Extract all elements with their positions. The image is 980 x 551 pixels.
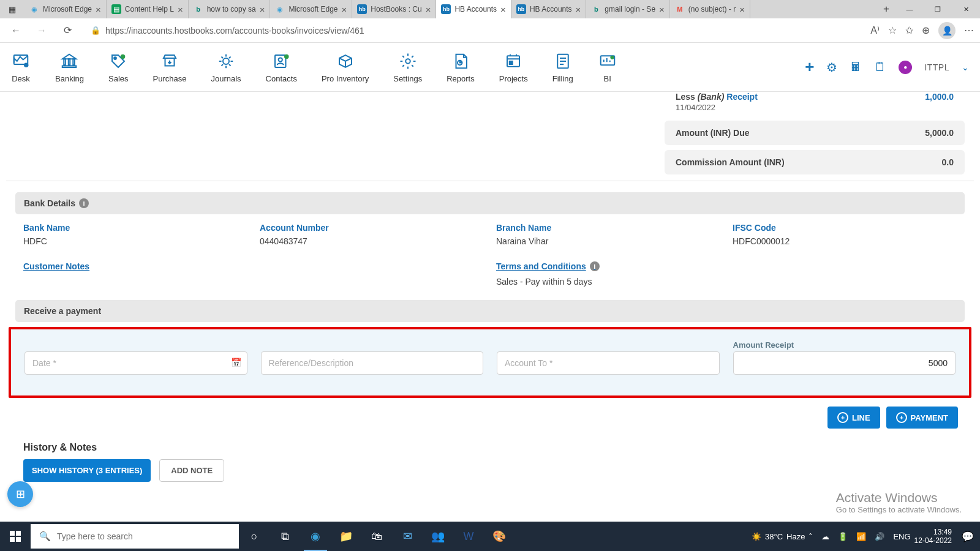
nav-projects[interactable]: Projects <box>499 51 528 83</box>
action-center-icon[interactable]: 💬 <box>956 531 980 542</box>
nav-filling[interactable]: Filling <box>552 51 573 83</box>
url-field[interactable]: 🔒 https://inaccounts.hostbooks.com/accou… <box>83 21 864 40</box>
line-button[interactable]: LINE <box>827 407 880 429</box>
menu-icon[interactable]: ⋯ <box>964 24 974 36</box>
svg-rect-3 <box>69 59 70 65</box>
payment-button[interactable]: PAYMENT <box>886 407 958 429</box>
favorite-icon[interactable]: ☆ <box>888 24 897 36</box>
tab-title: HB Accounts <box>530 5 572 13</box>
svg-point-1 <box>24 62 29 67</box>
tab-hb-accounts[interactable]: hbHB Accounts× <box>511 0 586 18</box>
branch-label: Branch Name <box>496 223 720 233</box>
nav-label: Sales <box>108 74 129 83</box>
show-history-button[interactable]: SHOW HISTORY (3 ENTRIES) <box>23 459 151 482</box>
tab-hostbooks[interactable]: hbHostBooks : Cu× <box>352 0 436 18</box>
reference-input[interactable] <box>261 351 484 375</box>
calculator-icon[interactable]: 🖩 <box>850 60 862 74</box>
cortana-icon[interactable]: ○ <box>239 522 270 551</box>
gear-icon[interactable]: ⚙ <box>826 60 837 75</box>
amount-input[interactable] <box>733 351 956 375</box>
calendar-icon[interactable]: 📅 <box>231 358 241 367</box>
favorites-bar-icon[interactable]: ✩ <box>905 24 913 36</box>
teams-icon[interactable]: 👥 <box>423 522 453 551</box>
nav-journals[interactable]: Journals <box>211 51 241 83</box>
close-icon[interactable]: × <box>576 5 581 14</box>
new-badge-icon[interactable]: ● <box>899 61 912 74</box>
notes-icon[interactable]: 🗒 <box>874 60 886 74</box>
tray-chevron-icon[interactable]: ˄ <box>809 532 813 541</box>
language-indicator[interactable]: ENG <box>893 532 910 541</box>
close-icon[interactable]: × <box>96 5 101 14</box>
nav-bi[interactable]: BI <box>598 51 617 83</box>
profile-avatar[interactable]: 👤 <box>938 22 956 39</box>
divider <box>6 181 974 181</box>
store-icon[interactable]: 🛍 <box>361 522 392 551</box>
account-to-input[interactable] <box>497 351 720 375</box>
tab-edge[interactable]: ◉Microsoft Edge× <box>24 0 107 18</box>
back-button[interactable]: ← <box>6 21 26 40</box>
mail-icon[interactable]: ✉ <box>392 522 423 551</box>
explorer-icon[interactable]: 📁 <box>331 522 361 551</box>
date-input[interactable] <box>24 351 247 375</box>
svg-rect-4 <box>74 59 75 65</box>
edge-taskbar-icon[interactable]: ◉ <box>300 522 331 551</box>
nav-sales[interactable]: Sales <box>108 51 129 83</box>
maximize-button[interactable]: ❐ <box>924 0 952 18</box>
nav-inventory[interactable]: Pro Inventory <box>322 51 369 83</box>
receipt-link[interactable]: Receipt <box>726 92 758 102</box>
bank-name-label: Bank Name <box>23 223 247 233</box>
nav-purchase[interactable]: Purchase <box>153 51 187 83</box>
tab-gmail-login[interactable]: bgmail login - Se× <box>586 0 669 18</box>
close-icon[interactable]: × <box>739 5 745 14</box>
tab-sheets[interactable]: ▤Content Help L× <box>107 0 189 18</box>
refresh-button[interactable]: ⟳ <box>58 21 77 40</box>
nav-reports[interactable]: Reports <box>447 51 475 83</box>
forward-button[interactable]: → <box>32 21 51 40</box>
windows-taskbar: 🔍 ○ ⧉ ◉ 📁 🛍 ✉ 👥 W 🎨 ☀️ 38°C Haze ˄ ☁ 🔋 📶… <box>0 522 980 551</box>
close-icon[interactable]: × <box>500 5 506 14</box>
word-icon[interactable]: W <box>453 522 484 551</box>
weather-widget[interactable]: ☀️ 38°C Haze <box>752 532 805 541</box>
apps-widget-button[interactable]: ⊞ <box>7 481 33 507</box>
taskbar-search-input[interactable] <box>57 531 230 541</box>
add-note-button[interactable]: ADD NOTE <box>159 459 224 482</box>
tab-hb-accounts-active[interactable]: hbHB Accounts× <box>436 0 511 18</box>
nav-settings[interactable]: Settings <box>393 51 422 83</box>
taskbar-search[interactable]: 🔍 <box>31 524 239 549</box>
close-icon[interactable]: × <box>659 5 665 14</box>
close-window-button[interactable]: ✕ <box>952 0 980 18</box>
add-icon[interactable]: + <box>805 58 814 77</box>
tab-gmail[interactable]: M(no subject) - r× <box>670 0 750 18</box>
wifi-icon[interactable]: 📶 <box>856 532 866 541</box>
volume-icon[interactable]: 🔊 <box>875 532 884 541</box>
info-icon[interactable]: i <box>590 261 600 271</box>
minimize-button[interactable]: — <box>895 0 924 18</box>
collections-icon[interactable]: ⊕ <box>922 24 930 36</box>
close-icon[interactable]: × <box>342 5 347 14</box>
read-aloud-icon[interactable]: A⁾ <box>870 24 880 36</box>
chevron-down-icon[interactable]: ⌄ <box>962 62 969 72</box>
tab-edge2[interactable]: ◉Microsoft Edge× <box>270 0 352 18</box>
nav-banking[interactable]: Banking <box>55 51 84 83</box>
content-area[interactable]: Less (Bank) Receipt 1,000.0 11/04/2022 A… <box>0 92 980 508</box>
tab-manager-button[interactable]: ▦ <box>0 0 24 18</box>
nav-contacts[interactable]: Contacts <box>266 51 297 83</box>
start-button[interactable] <box>0 522 31 551</box>
nav-desk[interactable]: Desk <box>11 51 31 83</box>
info-icon[interactable]: i <box>79 198 89 208</box>
watermark-subtitle: Go to Settings to activate Windows. <box>836 505 962 514</box>
customer-notes-link[interactable]: Customer Notes <box>23 261 89 271</box>
tab-bing1[interactable]: bhow to copy sa× <box>189 0 271 18</box>
close-icon[interactable]: × <box>426 5 431 14</box>
receive-inputs-row: 📅 Amount Receipt <box>24 340 956 375</box>
battery-icon[interactable]: 🔋 <box>838 532 848 541</box>
new-tab-button[interactable]: + <box>877 3 895 15</box>
close-icon[interactable]: × <box>178 5 183 14</box>
onedrive-icon[interactable]: ☁ <box>821 532 829 541</box>
terms-link[interactable]: Terms and Conditionsi <box>496 261 600 271</box>
close-icon[interactable]: × <box>260 5 265 14</box>
task-view-icon[interactable]: ⧉ <box>270 522 300 551</box>
paint-icon[interactable]: 🎨 <box>484 522 514 551</box>
terms-link-text: Terms and Conditions <box>496 261 586 271</box>
taskbar-clock[interactable]: 13:49 12-04-2022 <box>914 528 956 545</box>
